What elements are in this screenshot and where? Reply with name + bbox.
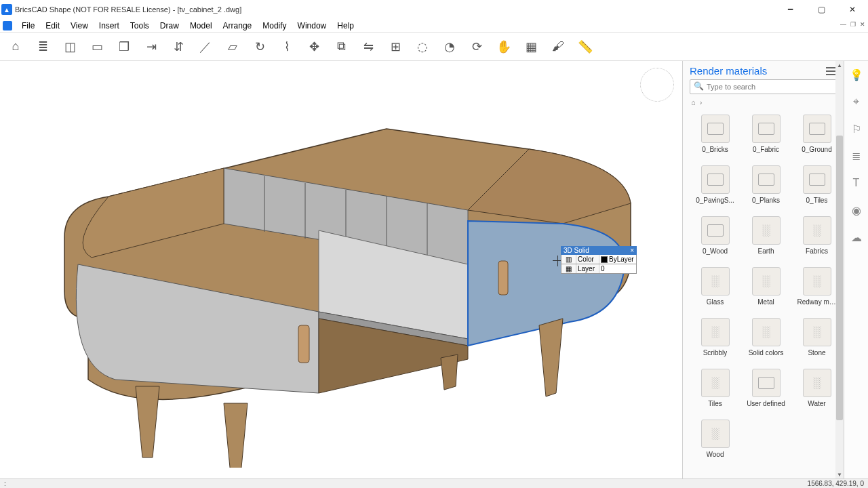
pushpull-button[interactable]: ⇵ [168,37,189,57]
popup-close-icon[interactable]: × [630,247,634,254]
home-button[interactable]: ⌂ [5,37,26,57]
copy-button[interactable]: ⧉ [331,37,351,57]
material-solid-colors[interactable]: ░Solid colors [746,318,787,357]
sign-icon[interactable]: ⚐ [850,122,863,136]
material-0-planks[interactable]: 0_Planks [746,165,787,204]
material-label: 0_Planks [752,197,780,204]
move-button[interactable]: ✥ [304,37,324,57]
array-button[interactable]: ⊞ [385,37,406,57]
search-input[interactable] [690,79,837,94]
material-wood[interactable]: ░Wood [695,420,736,458]
line-button[interactable]: ／ [195,37,216,57]
maximize-button[interactable]: ▢ [806,0,837,19]
color-row-icon: ▥ [561,255,576,264]
material-redway-materials[interactable]: ░Redway materials [797,267,837,306]
material-metal[interactable]: ░Metal [746,267,787,306]
offset-button[interactable]: ◔ [439,37,460,57]
cube-button[interactable]: ❒ [114,37,134,57]
menu-window[interactable]: Window [292,20,332,32]
material-scribbly[interactable]: ░Scribbly [695,318,736,357]
mirror-button[interactable]: ⇋ [358,37,378,57]
panel-scrollbar[interactable]: ▲ ▼ [835,61,844,479]
extrude-button[interactable]: ⇥ [141,37,161,57]
material-0-fabric[interactable]: 0_Fabric [746,115,787,153]
menu-insert[interactable]: Insert [94,20,125,32]
connect-button[interactable]: ◌ [412,37,433,57]
layers-button[interactable]: ≣ [33,37,53,57]
box-button[interactable]: ▭ [87,37,107,57]
material-stone[interactable]: ░Stone [797,318,837,357]
material-label: Scribbly [703,349,728,357]
menu-draw[interactable]: Draw [155,20,184,32]
material-tiles[interactable]: ░Tiles [695,369,736,407]
search-icon: 🔍 [694,81,704,91]
material-fabrics[interactable]: ░Fabrics [797,216,837,255]
menu-file[interactable]: File [16,20,40,32]
material-0-tiles[interactable]: 0_Tiles [797,165,837,204]
pan-button[interactable]: ✋ [494,37,514,57]
material-user-defined[interactable]: User defined [746,369,787,407]
material-thumb: ░ [701,318,730,346]
color-label: Color [576,255,599,264]
material-earth[interactable]: ░Earth [746,216,787,255]
light-icon[interactable]: 💡 [850,68,863,81]
viewport-3d[interactable]: 3D Solid× ▥ Color ByLayer ▦ Layer 0 [0,61,682,479]
material-label: 0_Bricks [702,146,728,153]
svg-rect-6 [298,325,309,363]
material-glass[interactable]: ░Glass [695,267,736,306]
scrollbar-thumb[interactable] [836,136,843,420]
camera-icon[interactable]: ◉ [850,203,863,217]
home-icon[interactable]: ⌂ [691,98,696,106]
material-thumb: ░ [752,318,781,346]
scroll-down-icon[interactable]: ▼ [835,470,844,479]
material-label: Stone [808,349,825,357]
layer-row-icon: ▦ [561,264,576,273]
sweep-button[interactable]: ↻ [250,37,270,57]
loft-button[interactable]: ⌇ [277,37,297,57]
material-0-ground[interactable]: 0_Ground [797,115,837,153]
minimize-button[interactable]: ━ [774,0,806,19]
color-swatch[interactable] [601,256,608,263]
titlebar: ▲ BricsCAD Shape (NOT FOR RESALE License… [0,0,868,19]
materials-panel: Render materials 🔍 ⌂› 0_Bricks0_Fabric0_… [682,61,844,479]
mdi-controls[interactable]: —❐✕ [840,19,865,30]
quick-properties-popup[interactable]: 3D Solid× ▥ Color ByLayer ▦ Layer 0 [561,246,637,274]
rect-button[interactable]: ▱ [222,37,243,57]
material-thumb: ░ [701,369,730,397]
menu-arrange[interactable]: Arrange [218,20,258,32]
material-thumb: ░ [701,420,730,448]
cloud-icon[interactable]: ☁ [850,230,863,244]
menu-tools[interactable]: Tools [125,20,155,32]
menu-help[interactable]: Help [332,20,359,32]
material-label: Fabrics [806,247,828,255]
chevron-right-icon: › [700,98,703,106]
material-thumb: ░ [803,318,831,346]
menu-edit[interactable]: Edit [40,20,65,32]
toolbar: ⌂≣◫▭❒⇥⇵／▱↻⌇✥⧉⇋⊞◌◔⟳✋▦🖌📏 [0,33,868,61]
layers-icon[interactable]: ≣ [850,149,863,163]
material-0-wood[interactable]: 0_Wood [695,216,736,255]
color-value[interactable]: ByLayer [609,256,634,263]
popup-title: 3D Solid [564,247,589,254]
breadcrumb[interactable]: ⌂› [683,98,844,110]
close-button[interactable]: ✕ [837,0,868,19]
select-button[interactable]: ▦ [521,37,541,57]
material-label: 0_Tiles [806,197,828,204]
paint-button[interactable]: 🖌 [548,37,568,57]
material-water[interactable]: ░Water [797,369,837,407]
material-0-bricks[interactable]: 0_Bricks [695,115,736,153]
stack-button[interactable]: ◫ [60,37,80,57]
material-0-pavings---[interactable]: 0_PavingS... [695,165,736,204]
text-icon[interactable]: T [850,176,863,190]
scroll-up-icon[interactable]: ▲ [835,61,844,69]
menu-view[interactable]: View [65,20,94,32]
material-thumb [803,165,831,194]
measure-button[interactable]: 📏 [575,37,595,57]
menu-modify[interactable]: Modify [257,20,292,32]
right-sidebar: 💡 ⌖ ⚐ ≣ T ◉ ☁ [844,61,868,479]
rotate-button[interactable]: ⟳ [467,37,487,57]
balloon-icon[interactable]: ⌖ [850,95,863,108]
layer-value[interactable]: 0 [601,265,605,272]
menu-model[interactable]: Model [184,20,218,32]
material-thumb [752,369,781,397]
